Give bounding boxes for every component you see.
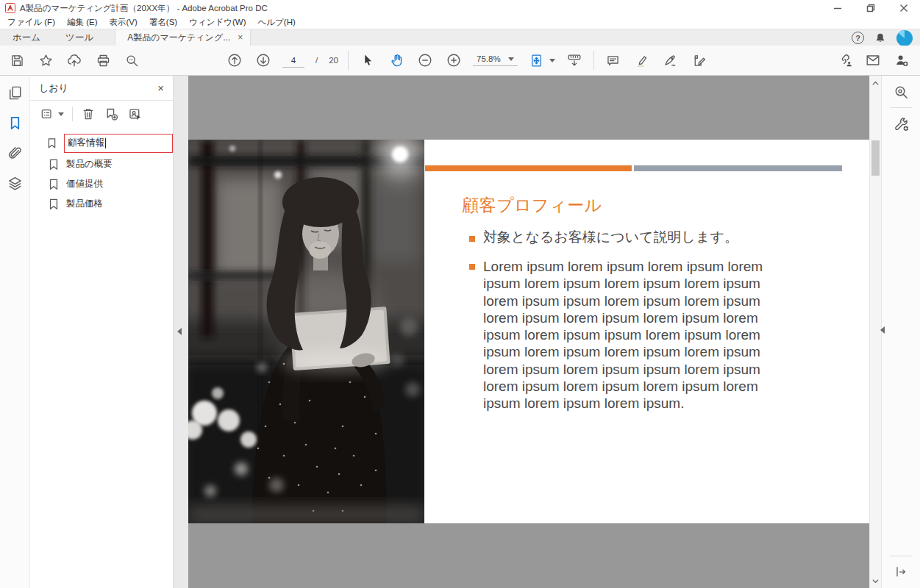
hand-tool-button[interactable] [387,51,406,70]
menu-view[interactable]: 表示(V) [104,17,143,28]
menu-help[interactable]: ヘルプ(H) [252,17,302,28]
main-area: しおり × [0,76,920,588]
fill-sign-button[interactable] [690,51,709,70]
restore-button[interactable] [854,0,887,16]
previous-page-button[interactable] [225,51,244,70]
slide-photo [188,140,424,523]
upload-cloud-button[interactable] [65,51,84,70]
tab-tools[interactable]: ツール [53,29,106,46]
page-total: 20 [329,56,338,65]
marquee-zoom-button[interactable] [891,82,911,102]
page-number-input[interactable]: 4 [282,54,304,68]
tab-document[interactable]: A製品のマーケティング... × [115,29,251,46]
close-window-button[interactable] [887,0,920,16]
email-button[interactable] [863,51,882,70]
new-bookmark-button[interactable] [104,105,119,123]
highlight-button[interactable] [632,51,652,70]
zoom-level-select[interactable]: 75.8% [473,54,518,66]
slide-content: 顧客プロフィール 対象となるお客様について説明します。 Lorem ipsum … [424,140,869,523]
expand-pane-button[interactable] [891,562,911,582]
tab-close-button[interactable]: × [238,33,243,42]
delete-bookmark-button[interactable] [81,105,96,123]
document-scrollbar[interactable] [869,76,881,588]
menu-window[interactable]: ウィンドウ(W) [183,17,252,28]
bookmark-rename-value: 顧客情報 [68,137,104,149]
slide-bullet-1: 対象となるお客様について説明します。 [483,228,738,247]
bookmark-icon [46,137,57,150]
document-viewport[interactable]: 顧客プロフィール 対象となるお客様について説明します。 Lorem ipsum … [188,76,869,588]
minus-circle-icon [417,52,433,68]
share-people-button[interactable] [892,51,911,70]
comment-button[interactable] [604,51,623,70]
scroll-down-button[interactable] [870,576,881,587]
body-line: lorem ipsum lorem ipsum lorem ipsum lore… [483,378,763,395]
bookmark-icon [48,198,60,211]
tab-home[interactable]: ホーム [0,29,53,46]
window-title: A製品のマーケティング計画（20XX年） - Adobe Acrobat Pro… [20,3,268,14]
help-button[interactable]: ? [852,32,864,44]
bookmarks-list: 顧客情報 製品の概要 価値提供 製品価格 [30,127,173,214]
slide-bullet-2: Lorem ipsum lorem ipsum lorem ipsum lore… [483,258,763,412]
bookmark-item[interactable]: 製品の概要 [30,154,173,174]
layers-button[interactable] [5,173,24,193]
add-tools-button[interactable] [891,113,911,134]
arrow-up-circle-icon [227,52,243,68]
star-button[interactable] [36,51,55,70]
panel-toolbar-divider [72,107,73,121]
select-tool-button[interactable] [358,51,377,70]
arrow-down-circle-icon [255,52,271,68]
envelope-icon [865,52,881,68]
rail-separator [890,107,912,108]
tab-document-label: A製品のマーケティング... [127,32,230,44]
bookmark-item-editing[interactable]: 顧客情報 [30,133,173,153]
pages-icon [7,85,24,101]
share-link-button[interactable] [835,51,854,70]
attachments-button[interactable] [5,143,24,162]
bookmark-item[interactable]: 製品価格 [30,194,173,214]
paperclip-icon [7,145,24,162]
tabbar-right: ? [852,29,913,46]
bookmark-item[interactable]: 価値提供 [30,174,173,194]
bookmarks-panel-button[interactable] [5,113,24,132]
minimize-button[interactable] [821,0,854,16]
collapse-tools-handle[interactable] [880,326,885,334]
save-button[interactable] [7,51,26,70]
scroll-up-button[interactable] [870,77,881,88]
sign-button[interactable] [661,51,680,70]
slide-accent-bar-orange [425,165,632,171]
help-icon: ? [855,34,860,43]
bookmark-rename-input[interactable]: 顧客情報 [64,134,173,153]
chevron-down-icon[interactable] [549,59,555,62]
zoom-in-button[interactable] [444,51,463,70]
body-line: lorem ipsum lorem ipsum lorem ipsum lore… [483,309,763,326]
open-pane-icon [894,564,908,579]
find-current-bookmark-button[interactable] [127,105,143,123]
search-button[interactable] [122,51,141,70]
next-page-button[interactable] [254,51,273,70]
notifications-button[interactable] [874,32,887,45]
save-icon [10,53,25,68]
fit-page-icon [529,53,544,68]
menu-edit[interactable]: 編集 (E) [61,17,104,28]
fill-sign-icon [691,53,707,68]
body-line: ipsum lorem ipsum ipsum lorem ipsum lore… [483,326,763,343]
menu-sign[interactable]: 署名(S) [143,17,183,28]
photo-illustration [188,140,424,523]
fit-one-page-button[interactable] [527,51,546,70]
panel-close-button[interactable]: × [157,82,164,93]
bookmark-ribbon-icon [7,115,24,132]
scrolling-mode-button[interactable] [565,51,584,70]
bookmark-options-button[interactable] [40,105,64,123]
page-thumbnails-button[interactable] [5,83,24,102]
user-avatar-button[interactable] [896,30,913,46]
search-icon [124,53,140,68]
zoom-out-button[interactable] [416,51,435,70]
chevron-down-icon [58,112,64,116]
scrollbar-thumb[interactable] [871,140,880,176]
menu-file[interactable]: ファイル (F) [1,17,61,28]
print-button[interactable] [93,51,113,70]
collapse-bookmarks-handle[interactable] [177,328,182,335]
body-line: ipsum lorem ipsum lorem ipsum. [483,395,763,412]
plus-circle-icon [446,52,462,68]
tab-bar: ホーム ツール A製品のマーケティング... × ? [0,29,920,46]
